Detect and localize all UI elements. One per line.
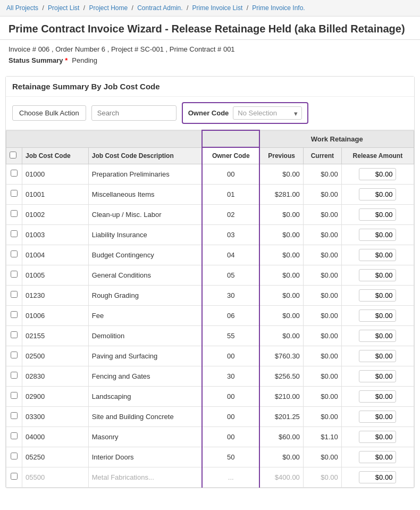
cell-release-amount[interactable] xyxy=(341,325,414,346)
breadcrumb-prime-invoice-list[interactable]: Prime Invoice List xyxy=(192,4,243,12)
row-checkbox-cell[interactable] xyxy=(6,427,22,447)
breadcrumb-contract-admin[interactable]: Contract Admin. xyxy=(137,4,182,12)
row-checkbox-cell[interactable] xyxy=(6,467,22,487)
cell-job-cost-code: 01004 xyxy=(22,245,89,265)
row-checkbox[interactable] xyxy=(11,412,18,419)
row-checkbox[interactable] xyxy=(11,453,18,459)
row-checkbox[interactable] xyxy=(11,473,18,480)
owner-code-filter-box: Owner Code No Selection xyxy=(182,102,309,124)
release-amount-input[interactable] xyxy=(359,431,396,443)
release-amount-input[interactable] xyxy=(359,310,396,322)
cell-release-amount[interactable] xyxy=(341,224,414,245)
row-checkbox-cell[interactable] xyxy=(6,164,22,184)
row-checkbox[interactable] xyxy=(11,331,18,338)
row-checkbox-cell[interactable] xyxy=(6,386,22,406)
row-checkbox-cell[interactable] xyxy=(6,184,22,204)
release-amount-input[interactable] xyxy=(359,350,396,362)
release-amount-input[interactable] xyxy=(359,451,396,463)
row-checkbox[interactable] xyxy=(11,190,18,197)
cell-release-amount[interactable] xyxy=(341,285,414,305)
release-amount-input[interactable] xyxy=(359,411,396,423)
search-input[interactable] xyxy=(91,105,177,121)
row-checkbox[interactable] xyxy=(11,311,18,318)
row-checkbox-cell[interactable] xyxy=(6,265,22,285)
section-title: Retainage Summary By Job Cost Code xyxy=(6,77,414,97)
row-checkbox-cell[interactable] xyxy=(6,366,22,386)
release-amount-input[interactable] xyxy=(359,269,396,281)
release-amount-input[interactable] xyxy=(359,249,396,261)
cell-release-amount[interactable] xyxy=(341,346,414,366)
release-amount-input[interactable] xyxy=(359,330,396,342)
cell-current: $0.00 xyxy=(303,386,341,406)
cell-release-amount[interactable] xyxy=(341,245,414,265)
breadcrumb-prime-invoice-info[interactable]: Prime Invoice Info. xyxy=(252,4,305,12)
cell-release-amount[interactable] xyxy=(341,467,414,487)
row-checkbox-cell[interactable] xyxy=(6,346,22,366)
cell-previous: $60.00 xyxy=(259,427,303,447)
row-checkbox-cell[interactable] xyxy=(6,406,22,427)
row-checkbox-cell[interactable] xyxy=(6,305,22,325)
release-amount-input[interactable] xyxy=(359,208,396,221)
cell-current: $0.00 xyxy=(303,224,341,245)
cell-owner-code: 00 xyxy=(202,164,259,184)
cell-release-amount[interactable] xyxy=(341,164,414,184)
cell-release-amount[interactable] xyxy=(341,427,414,447)
cell-job-cost-code: 05500 xyxy=(22,467,89,487)
cell-release-amount[interactable] xyxy=(341,447,414,467)
row-checkbox-cell[interactable] xyxy=(6,285,22,305)
release-amount-input[interactable] xyxy=(359,168,396,180)
row-checkbox-cell[interactable] xyxy=(6,447,22,467)
owner-code-select[interactable]: No Selection xyxy=(233,106,302,120)
cell-owner-code: 01 xyxy=(202,184,259,204)
breadcrumb-all-projects[interactable]: All Projects xyxy=(6,4,38,12)
row-checkbox-cell[interactable] xyxy=(6,325,22,346)
release-amount-input[interactable] xyxy=(359,390,396,403)
row-checkbox[interactable] xyxy=(11,230,18,237)
cell-release-amount[interactable] xyxy=(341,204,414,224)
cell-owner-code: 00 xyxy=(202,427,259,447)
cell-release-amount[interactable] xyxy=(341,366,414,386)
row-checkbox[interactable] xyxy=(11,372,18,379)
cell-owner-code: 02 xyxy=(202,204,259,224)
row-checkbox[interactable] xyxy=(11,291,18,298)
cell-description: Landscaping xyxy=(88,386,202,406)
breadcrumb-project-home[interactable]: Project Home xyxy=(89,4,128,12)
row-checkbox[interactable] xyxy=(11,250,18,257)
cell-current: $0.00 xyxy=(303,325,341,346)
cell-job-cost-code: 02900 xyxy=(22,386,89,406)
cell-owner-code: 00 xyxy=(202,346,259,366)
cell-description: Metal Fabrications... xyxy=(88,467,202,487)
cell-release-amount[interactable] xyxy=(341,265,414,285)
release-amount-input[interactable] xyxy=(359,370,396,382)
cell-release-amount[interactable] xyxy=(341,184,414,204)
bulk-action-button[interactable]: Choose Bulk Action xyxy=(12,105,86,121)
row-checkbox-cell[interactable] xyxy=(6,224,22,245)
row-checkbox[interactable] xyxy=(11,271,18,278)
cell-job-cost-code: 01006 xyxy=(22,305,89,325)
cell-current: $0.00 xyxy=(303,366,341,386)
row-checkbox[interactable] xyxy=(11,170,18,177)
row-checkbox[interactable] xyxy=(11,432,18,439)
row-checkbox[interactable] xyxy=(11,392,18,399)
cell-release-amount[interactable] xyxy=(341,305,414,325)
cell-release-amount[interactable] xyxy=(341,386,414,406)
cell-current: $0.00 xyxy=(303,406,341,427)
row-checkbox[interactable] xyxy=(11,352,18,358)
release-amount-input[interactable] xyxy=(359,188,396,200)
select-all-checkbox[interactable] xyxy=(10,152,16,158)
cell-previous: $0.00 xyxy=(259,204,303,224)
cell-job-cost-code: 01001 xyxy=(22,184,89,204)
row-checkbox-cell[interactable] xyxy=(6,245,22,265)
cell-release-amount[interactable] xyxy=(341,406,414,427)
row-checkbox[interactable] xyxy=(11,210,18,217)
cell-description: Paving and Surfacing xyxy=(88,346,202,366)
cell-description: Site and Building Concrete xyxy=(88,406,202,427)
breadcrumb-project-list[interactable]: Project List xyxy=(48,4,79,12)
col-header-owner-code: Owner Code xyxy=(202,147,259,164)
cell-owner-code: 06 xyxy=(202,305,259,325)
release-amount-input[interactable] xyxy=(359,471,396,483)
release-amount-input[interactable] xyxy=(359,289,396,302)
release-amount-input[interactable] xyxy=(359,229,396,241)
row-checkbox-cell[interactable] xyxy=(6,204,22,224)
cell-previous: $400.00 xyxy=(259,467,303,487)
